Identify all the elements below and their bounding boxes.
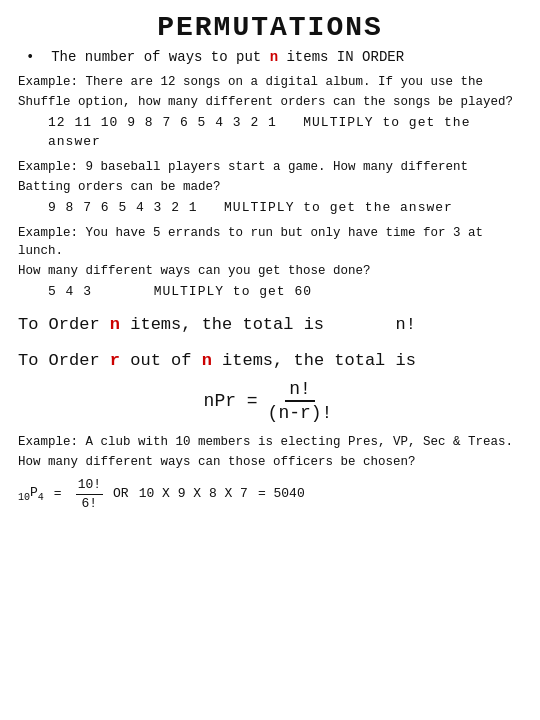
statement2-n: n	[202, 351, 212, 370]
example4-fraction-den: 6!	[80, 495, 100, 514]
statement2-before: To Order	[18, 351, 110, 370]
example2-section: Example: 9 baseball players start a game…	[18, 158, 522, 218]
example3-sequence: 5 4 3 MULTIPLY to get 60	[48, 283, 522, 302]
example4-line1: Example: A club with 10 members is elect…	[18, 433, 522, 451]
example4-fraction: 10! 6!	[76, 476, 103, 515]
example1-line1: Example: There are 12 songs on a digital…	[18, 73, 522, 91]
example4-p-notation: 10P4	[18, 484, 44, 505]
example4-equals: =	[54, 485, 62, 504]
example2-sequence: 9 8 7 6 5 4 3 2 1 MULTIPLY to get the an…	[48, 199, 522, 218]
statement2: To Order r out of n items, the total is	[18, 348, 522, 374]
page-title: PERMUTATIONS	[18, 12, 522, 43]
statement1-before: To Order	[18, 315, 110, 334]
example1-section: Example: There are 12 songs on a digital…	[18, 73, 522, 152]
example1-line2: Shuffle option, how many different order…	[18, 93, 522, 111]
example3-line2: How many different ways can you get thos…	[18, 262, 522, 280]
formula-numerator: n!	[285, 379, 315, 402]
example1-sequence: 12 11 10 9 8 7 6 5 4 3 2 1 MULTIPLY to g…	[48, 114, 522, 152]
example4-section: Example: A club with 10 members is elect…	[18, 433, 522, 514]
example4-line2: How many different ways can those office…	[18, 453, 522, 471]
statement2-r: r	[110, 351, 120, 370]
example4-fraction-num: 10!	[76, 476, 103, 496]
example3-line1: Example: You have 5 errands to run but o…	[18, 224, 522, 260]
formula-denominator: (n-r)!	[264, 402, 337, 423]
bullet-point: • The number of ways to put n items IN O…	[26, 49, 522, 65]
statement1-result: n!	[396, 315, 416, 334]
bullet-text-after: items IN ORDER	[278, 49, 404, 65]
formula-label: nPr =	[204, 391, 258, 411]
formula-block: nPr = n! (n-r)!	[18, 379, 522, 423]
formula-fraction: n! (n-r)!	[264, 379, 337, 423]
statement1-after: items, the total is	[120, 315, 324, 334]
example4-calc-row: 10P4 = 10! 6! OR 10 X 9 X 8 X 7 = 5040	[18, 476, 522, 515]
example4-or: OR	[113, 485, 129, 504]
bullet-text-before: The number of ways to put	[51, 49, 269, 65]
example2-line1: Example: 9 baseball players start a game…	[18, 158, 522, 176]
statement2-middle: out of	[120, 351, 202, 370]
example3-section: Example: You have 5 errands to run but o…	[18, 224, 522, 302]
statement2-after: items, the total is	[212, 351, 416, 370]
example2-line2: Batting orders can be made?	[18, 178, 522, 196]
statement1: To Order n items, the total is n!	[18, 312, 522, 338]
statement1-n: n	[110, 315, 120, 334]
example4-result: = 5040	[258, 485, 305, 504]
example4-sequence: 10 X 9 X 8 X 7	[139, 485, 248, 504]
bullet-n: n	[270, 49, 278, 65]
